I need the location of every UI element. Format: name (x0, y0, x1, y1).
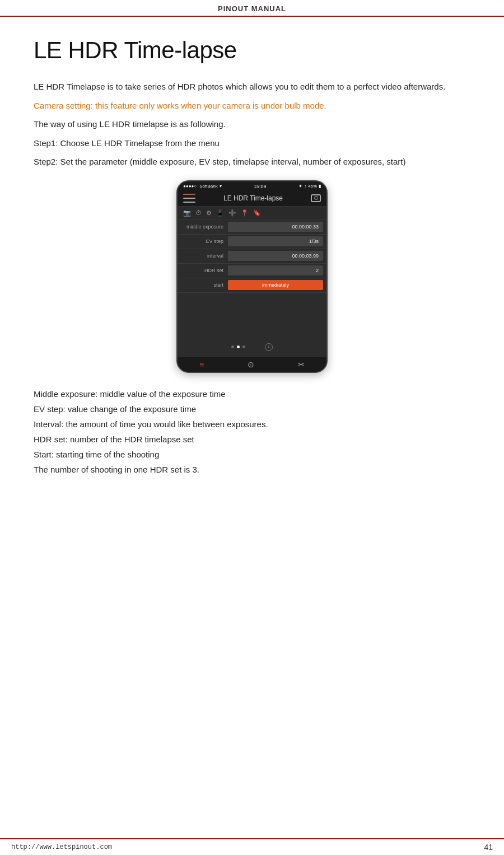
wifi-icon: ▾ (220, 184, 222, 189)
bookmark-toolbar-icon[interactable]: 🔖 (253, 209, 261, 217)
step1: Step1: Choose LE HDR Timelapse from the … (34, 136, 470, 151)
settings-toolbar-icon[interactable]: ⚙ (206, 209, 212, 217)
middle-exposure-label: middle exposure (178, 224, 228, 230)
dot-3 (242, 345, 245, 348)
hdr-set-label: HDR set (178, 268, 228, 273)
bottom-list-icon[interactable]: ≡ (199, 360, 204, 369)
bottom-camera-icon[interactable]: ⊙ (248, 360, 254, 369)
time-display: 15:09 (254, 184, 267, 189)
menu-line-3 (183, 202, 195, 203)
hdr-set-value[interactable]: 2 (228, 265, 323, 275)
page-title: LE HDR Time-lapse (34, 37, 470, 64)
app-dots: i (178, 338, 326, 357)
phone-screenshot-container: ●●●●○ SoftBank ▾ 15:09 ✦ ↑ 46% ▮ (34, 180, 470, 373)
camera-lens (314, 196, 318, 200)
signal-text: ●●●●○ (183, 184, 197, 189)
hdr-set-row: HDR set 2 (178, 264, 326, 278)
desc-item-0: Middle exposure: middle value of the exp… (34, 386, 470, 401)
bottom-tools-icon[interactable]: ✂ (298, 360, 305, 369)
start-value[interactable]: immediately (228, 280, 323, 290)
ev-step-value[interactable]: 1/3s (228, 236, 323, 246)
status-left: ●●●●○ SoftBank ▾ (183, 184, 222, 189)
app-header: LE HDR Time-lapse (178, 190, 326, 207)
ev-step-row: EV step 1/3s (178, 235, 326, 249)
footer-url: http://www.letspinout.com (11, 843, 112, 851)
dot-1 (231, 345, 234, 348)
add-toolbar-icon[interactable]: ➕ (228, 209, 236, 217)
camera-toolbar-icon[interactable]: 📷 (183, 209, 191, 217)
start-row: start immediately (178, 278, 326, 293)
info-icon[interactable]: i (265, 343, 273, 351)
empty-space (178, 293, 326, 338)
battery-icon: ▮ (319, 184, 321, 189)
camera-icon[interactable] (311, 194, 321, 202)
header-title: PINOUT MANUAL (218, 4, 286, 13)
page-footer: http://www.letspinout.com 41 (0, 838, 504, 855)
status-right: ✦ ↑ 46% ▮ (298, 184, 321, 189)
phone-frame: ●●●●○ SoftBank ▾ 15:09 ✦ ↑ 46% ▮ (176, 180, 328, 373)
icon-toolbar: 📷 ⏱ ⚙ 📱 ➕ 📍 🔖 (178, 207, 326, 220)
timer-toolbar-icon[interactable]: ⏱ (195, 209, 202, 216)
hamburger-menu-icon[interactable] (183, 194, 195, 203)
middle-exposure-value[interactable]: 00:00:00.33 (228, 222, 323, 232)
middle-exposure-row: middle exposure 00:00:00.33 (178, 220, 326, 235)
paragraph2: Camera setting: this feature only works … (34, 99, 470, 113)
paragraph3: The way of using LE HDR timelapse is as … (34, 117, 470, 132)
carrier-text: SoftBank (199, 184, 217, 189)
settings-body: middle exposure 00:00:00.33 EV step 1/3s… (178, 220, 326, 357)
footer-page-number: 41 (484, 843, 493, 852)
description-list: Middle exposure: middle value of the exp… (34, 386, 470, 477)
desc-item-4: Start: starting time of the shooting (34, 447, 470, 462)
phone-toolbar-icon[interactable]: 📱 (216, 209, 224, 217)
start-label: start (178, 282, 228, 288)
app-bottom-bar: ≡ ⊙ ✂ (178, 357, 326, 372)
interval-label: interval (178, 253, 228, 259)
step2: Step2: Set the parameter (middle exposur… (34, 155, 470, 169)
app-title: LE HDR Time-lapse (223, 194, 283, 202)
bluetooth-icon: ✦ (298, 184, 302, 189)
arrow-icon: ↑ (304, 184, 306, 189)
ev-step-label: EV step (178, 239, 228, 244)
location-toolbar-icon[interactable]: 📍 (241, 209, 249, 217)
desc-item-2: Interval: the amount of time you would l… (34, 417, 470, 432)
paragraph1: LE HDR Timelapse is to take series of HD… (34, 80, 470, 94)
dot-2-active (237, 345, 240, 348)
desc-item-5: The number of shooting in one HDR set is… (34, 462, 470, 477)
page-header: PINOUT MANUAL (0, 0, 504, 17)
desc-item-3: HDR set: number of the HDR timelapse set (34, 432, 470, 447)
menu-line-2 (183, 198, 195, 199)
status-bar: ●●●●○ SoftBank ▾ 15:09 ✦ ↑ 46% ▮ (178, 181, 326, 190)
interval-value[interactable]: 00:00:03.99 (228, 251, 323, 261)
menu-line-1 (183, 194, 195, 195)
battery-text: 46% (308, 184, 317, 189)
desc-item-1: EV step: value change of the exposure ti… (34, 401, 470, 417)
interval-row: interval 00:00:03.99 (178, 249, 326, 264)
main-content: LE HDR Time-lapse LE HDR Timelapse is to… (0, 17, 504, 511)
